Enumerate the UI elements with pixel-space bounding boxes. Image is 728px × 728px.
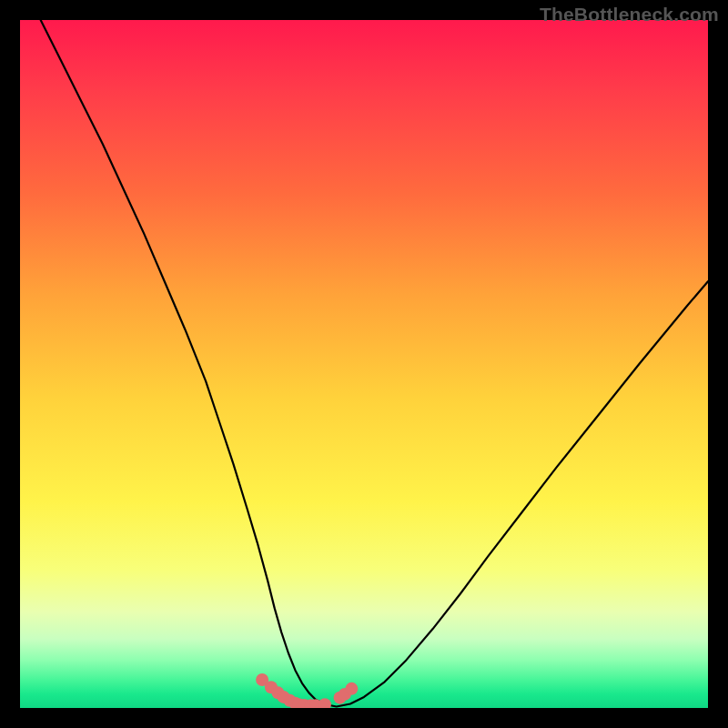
chart-frame: TheBottleneck.com <box>0 0 728 728</box>
curve-overlay <box>20 20 708 708</box>
watermark-text: TheBottleneck.com <box>540 4 719 25</box>
bottleneck-curve <box>41 20 708 706</box>
minimum-marker <box>318 698 331 708</box>
minimum-marker <box>345 682 358 695</box>
